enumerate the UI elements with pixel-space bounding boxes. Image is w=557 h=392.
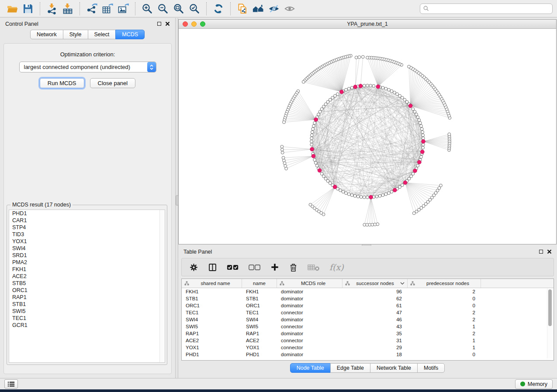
show-all-button[interactable] [282, 1, 298, 16]
main-toolbar [0, 0, 557, 17]
mcds-result-item[interactable]: PHD1 [9, 210, 165, 217]
table-row[interactable]: ACE2ACE2connector311 [182, 337, 554, 344]
memory-button[interactable]: Memory [515, 379, 553, 389]
column-header-name[interactable]: name [242, 279, 277, 288]
zoom-selected-button[interactable] [187, 1, 202, 16]
tab-mcds[interactable]: MCDS [115, 30, 145, 39]
select-all-rows-button[interactable] [227, 264, 239, 271]
function-builder-button[interactable]: f(x) [329, 262, 344, 272]
mcds-result-item[interactable]: SRD1 [9, 252, 165, 259]
mcds-result-item[interactable]: STB5 [9, 280, 165, 287]
tab-edge-table[interactable]: Edge Table [330, 363, 370, 373]
zoom-fit-button[interactable] [171, 1, 187, 16]
column-visibility-button[interactable] [208, 263, 217, 272]
delete-column-button[interactable] [289, 263, 298, 272]
close-panel-icon[interactable] [165, 21, 170, 26]
table-row[interactable]: SWI5SWI5connector431 [182, 323, 554, 330]
close-panel-button[interactable]: Close panel [90, 78, 136, 88]
table-options-gear-button[interactable] [189, 263, 198, 272]
tab-style[interactable]: Style [63, 30, 88, 39]
table-cell: YOX1 [182, 344, 242, 351]
add-column-button[interactable] [270, 263, 279, 272]
table-panel-title: Table Panel [183, 249, 212, 255]
table-cell: ACE2 [182, 337, 242, 344]
table-row[interactable]: FKH1FKH1dominator962 [182, 288, 554, 295]
open-file-button[interactable] [4, 1, 20, 16]
first-neighbors-button[interactable] [250, 1, 266, 16]
table-cell: dominator [277, 302, 343, 309]
node-attribute-icon [184, 281, 189, 285]
table-row[interactable]: STB1STB1dominator620 [182, 295, 554, 302]
table-cell: connector [277, 337, 343, 344]
table-cell [481, 351, 554, 358]
table-scrollbar[interactable] [547, 289, 553, 358]
network-window-titlebar[interactable]: YPA_prune.txt_1 [179, 20, 556, 29]
mcds-result-item[interactable]: YOX1 [9, 238, 165, 245]
zoom-selected-icon [189, 3, 200, 14]
column-header-shared-name[interactable]: shared name [182, 279, 242, 288]
import-network-button[interactable] [44, 1, 60, 16]
table-row[interactable]: YOX1YOX1connector291 [182, 344, 554, 351]
mcds-result-item[interactable]: TID3 [9, 231, 165, 238]
control-panel: Control Panel Network Style Select MCDS … [0, 18, 175, 378]
export-image-button[interactable] [115, 1, 131, 16]
mcds-result-item[interactable]: STB1 [9, 301, 165, 308]
mcds-result-item[interactable]: CAR1 [9, 217, 165, 224]
mcds-result-item[interactable]: FKH1 [9, 266, 165, 273]
table-row[interactable]: PHD1PHD1dominator180 [182, 351, 554, 358]
table-row[interactable]: RAP1RAP1dominator352 [182, 330, 554, 337]
open-file-icon [7, 3, 18, 14]
import-table-button[interactable] [60, 1, 76, 16]
tab-motifs[interactable]: Motifs [417, 363, 445, 373]
table-row[interactable]: SWI4SWI4dominator462 [182, 316, 554, 323]
table-cell: 18 [343, 351, 408, 358]
column-header-predecessor-nodes[interactable]: predecessor nodes [408, 279, 481, 288]
run-mcds-button[interactable]: Run MCDS [40, 78, 84, 88]
search-input[interactable] [431, 5, 549, 12]
tab-network-table[interactable]: Network Table [370, 363, 418, 373]
tab-network[interactable]: Network [30, 30, 63, 39]
mcds-result-item[interactable]: STP4 [9, 224, 165, 231]
panel-list-button[interactable] [4, 379, 18, 389]
refresh-layout-button[interactable] [211, 1, 226, 16]
tab-select[interactable]: Select [88, 30, 116, 39]
table-row[interactable]: ORC1ORC1dominator610 [182, 302, 554, 309]
mcds-result-item[interactable]: ORC1 [9, 287, 165, 294]
table-cell: 2 [408, 309, 481, 316]
table-cell: 2 [408, 316, 481, 323]
delete-table-button[interactable] [308, 264, 320, 271]
criterion-dropdown[interactable]: largest connected component (undirected) [19, 62, 156, 72]
vertical-splitter[interactable] [175, 18, 178, 378]
table-header-row: shared name name MCDS role successor nod… [182, 279, 554, 288]
mcds-result-item[interactable]: ACE2 [9, 273, 165, 280]
table-scrollbar-thumb[interactable] [548, 289, 552, 326]
zoom-in-button[interactable] [139, 1, 155, 16]
clone-network-button[interactable] [235, 1, 250, 16]
float-table-panel-icon[interactable] [539, 250, 543, 254]
table-row[interactable]: TEC1TEC1connector472 [182, 309, 554, 316]
table-cell: 0 [408, 295, 481, 302]
float-panel-icon[interactable] [157, 22, 161, 26]
mcds-result-item[interactable]: TEC1 [9, 315, 165, 322]
mcds-result-item[interactable]: SWI5 [9, 308, 165, 315]
close-table-panel-icon[interactable] [547, 249, 552, 254]
zoom-out-button[interactable] [155, 1, 171, 16]
mcds-result-item[interactable]: RAP1 [9, 294, 165, 301]
export-network-button[interactable] [84, 1, 100, 16]
tab-node-table[interactable]: Node Table [290, 363, 331, 373]
hide-selected-button[interactable] [266, 1, 282, 16]
export-table-button[interactable] [100, 1, 115, 16]
export-image-icon [118, 3, 129, 14]
control-panel-title: Control Panel [5, 21, 38, 27]
table-cell: TEC1 [182, 309, 242, 316]
save-session-button[interactable] [20, 1, 36, 16]
mcds-result-item[interactable]: SWI4 [9, 245, 165, 252]
mcds-result-item[interactable]: PMA2 [9, 259, 165, 266]
network-canvas[interactable] [179, 29, 556, 244]
column-header-successor-nodes[interactable]: successor nodes [343, 279, 408, 288]
deselect-all-rows-button[interactable] [249, 264, 261, 271]
table-cell: dominator [277, 316, 343, 323]
mcds-list-scrollbar[interactable] [159, 210, 165, 362]
mcds-result-item[interactable]: GCR1 [9, 322, 165, 329]
column-header-mcds-role[interactable]: MCDS role [277, 279, 343, 288]
